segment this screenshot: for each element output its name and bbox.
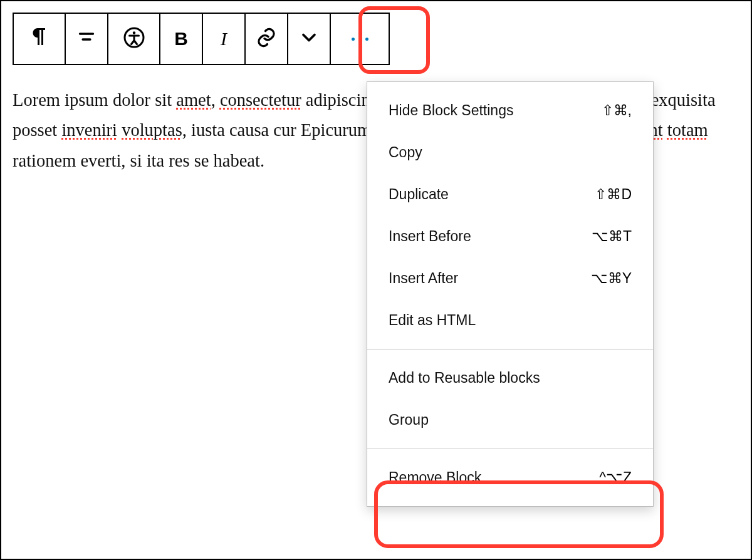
paragraph-button[interactable]	[13, 13, 66, 65]
menu-item-label: Copy	[389, 144, 422, 161]
menu-item-shortcut: ⇧⌘,	[602, 102, 632, 119]
menu-item-hide-block-settings[interactable]: Hide Block Settings⇧⌘,	[367, 90, 653, 132]
menu-item-label: Edit as HTML	[389, 312, 476, 329]
menu-item-copy[interactable]: Copy	[367, 132, 653, 174]
accessibility-button[interactable]	[107, 13, 160, 65]
menu-item-label: Add to Reusable blocks	[389, 370, 540, 386]
menu-item-shortcut: ^⌥Z	[599, 469, 632, 486]
align-button[interactable]	[65, 13, 108, 65]
menu-item-duplicate[interactable]: Duplicate⇧⌘D	[367, 174, 653, 215]
block-options-menu: Hide Block Settings⇧⌘,CopyDuplicate⇧⌘DIn…	[367, 81, 654, 507]
bold-button[interactable]: B	[159, 13, 203, 65]
italic-icon: I	[221, 28, 227, 49]
menu-item-edit-as-html[interactable]: Edit as HTML	[367, 299, 653, 341]
menu-item-insert-before[interactable]: Insert Before⌥⌘T	[367, 215, 653, 257]
link-icon	[255, 26, 278, 51]
link-button[interactable]	[244, 13, 288, 65]
menu-item-label: Remove Block	[389, 469, 481, 486]
svg-point-3	[132, 31, 135, 34]
menu-item-shortcut: ⌥⌘T	[592, 228, 632, 245]
menu-item-label: Duplicate	[389, 186, 449, 203]
menu-item-label: Insert Before	[389, 228, 471, 245]
spellcheck-error-word: amet	[176, 90, 211, 110]
menu-item-shortcut: ⇧⌘D	[595, 186, 632, 203]
accessibility-icon	[123, 26, 145, 51]
menu-item-add-to-reusable-blocks[interactable]: Add to Reusable blocks	[367, 357, 653, 399]
menu-item-label: Insert After	[389, 270, 458, 287]
more-rich-text-button[interactable]	[287, 13, 331, 65]
spellcheck-error-word: inveniri	[61, 120, 117, 140]
menu-item-remove-block[interactable]: Remove Block^⌥Z	[367, 457, 653, 499]
paragraph-text: rationem everti, si ita res se habeat.	[13, 151, 264, 170]
menu-item-group[interactable]: Group	[367, 399, 653, 441]
spellcheck-error-word: voluptas	[122, 120, 182, 140]
paragraph-text: ,	[211, 90, 220, 110]
paragraph-text	[663, 120, 667, 140]
menu-item-shortcut: ⌥⌘Y	[591, 270, 632, 287]
spellcheck-error-word: totam	[667, 120, 708, 140]
spellcheck-error-word: consectetur	[220, 90, 301, 110]
menu-item-insert-after[interactable]: Insert After⌥⌘Y	[367, 257, 653, 299]
more-options-button[interactable]	[330, 13, 390, 65]
menu-item-label: Group	[389, 412, 429, 428]
align-icon	[75, 26, 98, 51]
italic-button[interactable]: I	[202, 13, 246, 65]
paragraph-text: Lorem ipsum dolor sit	[13, 90, 176, 110]
menu-item-label: Hide Block Settings	[389, 102, 513, 119]
paragraph-icon	[28, 26, 51, 51]
block-toolbar: B I	[13, 13, 390, 65]
more-options-icon	[352, 38, 368, 41]
chevron-down-icon	[298, 26, 320, 51]
bold-icon: B	[174, 28, 188, 49]
